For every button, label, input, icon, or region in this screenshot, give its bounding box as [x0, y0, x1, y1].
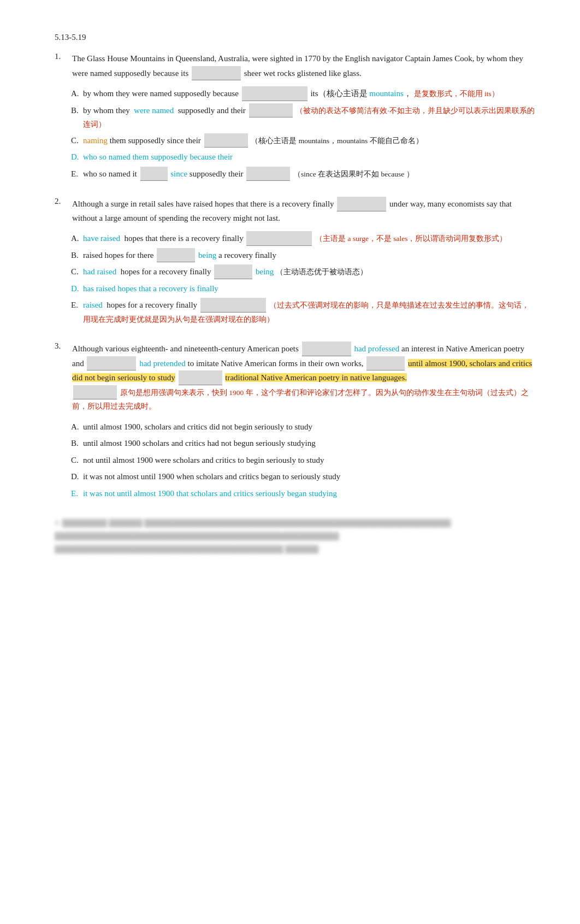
q2b-being: being — [198, 251, 216, 260]
q3c-content: not until almost 1900 were scholars and … — [83, 454, 536, 468]
q1-number: 1. — [55, 52, 72, 80]
q2a-blank — [246, 231, 312, 246]
q3-highlight-end: traditional Native American poetry in na… — [225, 373, 407, 382]
q1d-content: who so named them supposedly because the… — [83, 150, 536, 164]
q2a-note: （主语是 a surge，不是 sales，所以谓语动词用复数形式） — [315, 234, 507, 243]
q1-option-d: D. who so named them supposedly because … — [71, 149, 536, 165]
q3-blank5 — [73, 385, 117, 400]
q2-option-e: E. raised hopes for a recovery finally （… — [71, 297, 536, 326]
q1b-were-named: were named — [134, 106, 174, 115]
q3-options: A. until almost 1900, scholars and criti… — [71, 419, 536, 502]
q1a-blank — [242, 86, 307, 101]
q2-option-a: A. have raised hopes that there is a rec… — [71, 231, 536, 246]
q2-option-b: B. raised hopes for there being a recove… — [71, 248, 536, 263]
question-1: 1. The Glass House Mountains in Queensla… — [55, 52, 536, 181]
q3-body: Although various eighteenth- and ninetee… — [72, 342, 536, 414]
q2d-content: has raised hopes that a recovery is fina… — [83, 282, 536, 296]
q2c-had-raised: had raised — [83, 267, 116, 276]
q2c-note: （主动语态优于被动语态） — [276, 268, 368, 276]
q1e-blank1 — [140, 167, 168, 181]
q3-note-cn: 原句是想用强调句来表示，快到 1900 年，这个学者们和评论家们才怎样了。因为从… — [72, 389, 529, 411]
question-4-blurred: 4. ▓▓▓▓▓▓▓▓ ▓▓▓▓▓▓ ▓▓▓▓▓▓▓▓▓▓▓▓▓▓▓▓▓▓▓▓▓… — [55, 516, 536, 555]
q1e-since: since — [170, 169, 187, 178]
q3-had-pretended: had pretended — [139, 359, 186, 368]
q2-body: Although a surge in retail sales have ra… — [72, 197, 536, 225]
question-1-text: 1. The Glass House Mountains in Queensla… — [55, 52, 536, 80]
question-3: 3. Although various eighteenth- and nine… — [55, 342, 536, 501]
q3b-content: until almost 1900 scholars and critics h… — [83, 437, 536, 451]
q2-options: A. have raised hopes that there is a rec… — [71, 231, 536, 326]
q3-blank3 — [366, 356, 405, 371]
q3-had-professed: had professed — [354, 344, 399, 353]
q2-number: 2. — [55, 197, 72, 225]
question-2-text: 2. Although a surge in retail sales have… — [55, 197, 536, 225]
q3-blank4 — [179, 370, 222, 385]
question-3-text: 3. Although various eighteenth- and nine… — [55, 342, 536, 414]
q3-option-d: D. it was not almost until 1900 when sch… — [71, 469, 536, 485]
q2e-raised: raised — [83, 301, 103, 309]
q3a-content: until almost 1900, scholars and critics … — [83, 420, 536, 434]
q2-option-d: D. has raised hopes that a recovery is f… — [71, 281, 536, 297]
q1c-note: （核心主语是 mountains，mountains 不能自己命名） — [251, 137, 423, 145]
q3-blank1 — [302, 342, 351, 356]
q1-body: The Glass House Mountains in Queensland,… — [72, 52, 536, 80]
q1c-blank — [204, 133, 248, 148]
q1e-note: （since 在表达因果时不如 because ） — [293, 170, 414, 178]
q1c-naming: naming — [83, 136, 108, 145]
q2e-blank — [200, 298, 266, 313]
q1-blank — [192, 66, 241, 81]
question-2: 2. Although a surge in retail sales have… — [55, 197, 536, 326]
q2-option-c: C. had raised hopes for a recovery final… — [71, 264, 536, 280]
date-range: 5.13-5.19 — [55, 33, 536, 42]
q2b-blank — [157, 248, 195, 263]
q3-blank2 — [87, 356, 136, 371]
q1-option-a: A. by whom they were named supposedly be… — [71, 86, 536, 102]
q3e-content: it was not until almost 1900 that schola… — [83, 487, 536, 501]
q2-blank — [337, 197, 386, 211]
q1a-note: 是复数形式，不能用 its） — [414, 90, 499, 98]
q1-option-e: E. who so named it since supposedly thei… — [71, 166, 536, 182]
q1e-blank2 — [246, 167, 290, 181]
q3-option-b: B. until almost 1900 scholars and critic… — [71, 435, 536, 451]
q2c-being: being — [256, 267, 274, 276]
q1a-mountains: mountains — [369, 89, 404, 98]
q1-options: A. by whom they were named supposedly be… — [71, 86, 536, 181]
q2a-have-raised: have raised — [83, 234, 120, 243]
q3-option-a: A. until almost 1900, scholars and criti… — [71, 419, 536, 435]
q1-option-c: C. naming them supposedly since their （核… — [71, 133, 536, 149]
q1b-blank — [249, 103, 293, 118]
q3d-content: it was not almost until 1900 when schola… — [83, 470, 536, 484]
q2e-note: （过去式不强调对现在的影响，只是单纯描述在过去发生过的事情。这句话，用现在完成时… — [83, 301, 529, 323]
q2c-blank — [214, 264, 252, 279]
q1-option-b: B. by whom they were named supposedly an… — [71, 103, 536, 132]
q3-option-c: C. not until almost 1900 were scholars a… — [71, 452, 536, 468]
q3-number: 3. — [55, 342, 72, 414]
q3-option-e: E. it was not until almost 1900 that sch… — [71, 486, 536, 502]
